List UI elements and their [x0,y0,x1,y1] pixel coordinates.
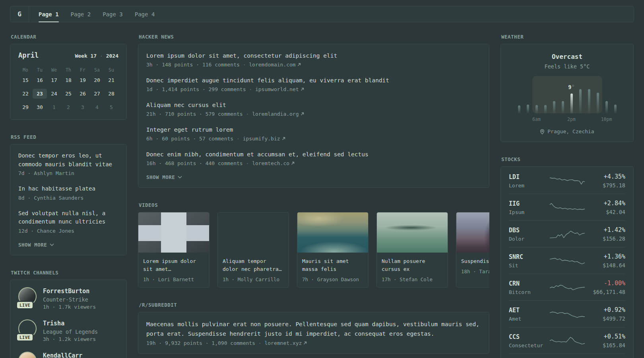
rss-list: Donec tempor eros leo, ut commodo mauris… [18,152,118,234]
meta-separator: · [243,111,252,117]
video-title[interactable]: Lorem ipsum dolor sit amet consectetu… [143,257,205,273]
video-thumbnail[interactable] [297,212,368,253]
calendar-month: April [18,51,39,59]
video-thumbnail[interactable] [218,212,289,253]
rss-item-title[interactable]: Sed volutpat nulla nisl, a condimentum n… [18,209,118,226]
stocks-section: STOCKS LDILorem+4.35%$795.18IIGIpsum+2.8… [500,156,634,358]
weather-tick-label: 10pm [601,117,612,122]
calendar-day-selected: 23 [33,89,47,99]
stock-right: +4.35%$795.18 [586,173,626,189]
calendar-day: 20 [90,75,104,85]
item-meta: 6h · 60 points · 57 comments · ipsumify.… [146,136,481,142]
twitch-avatar[interactable] [18,352,37,358]
stock-row: CCSConsectetur+0.51%$165.84 [509,327,625,354]
nav-tab-4[interactable]: Page 4 [135,6,155,22]
item-meta-text: 1d · 1,414 points · 299 comments [146,86,246,92]
item-meta-text: 21h · 710 points · 579 comments [146,111,243,117]
video-meta: 1h · Lori Barnett [143,276,205,282]
item-meta-text: 8d · Cynthia Saunders [18,195,83,201]
twitch-channel-category: Counter-Strike [43,296,96,303]
calendar-day: 19 [76,75,90,85]
weather-hour-bar [570,93,573,113]
weather-hour-bar [597,93,599,113]
item-domain-link[interactable]: loremdomain.com [249,62,295,68]
stock-price: $156.28 [586,235,626,242]
weather-hour-bar [605,101,608,113]
hackernews-item-title[interactable]: Donec imperdiet augue tincidunt felis al… [146,76,481,85]
calendar-day: 16 [33,75,47,85]
nav-tab-3[interactable]: Page 3 [103,6,123,22]
calendar-day-grid: 1516171819202122232425262728293012345 [18,75,118,112]
twitch-channel-name[interactable]: Trisha [43,319,98,327]
video-title[interactable]: Aliquam tempor dolor nec pharetra… [223,257,285,273]
weather-section: WEATHER Overcast Feels like 5°C 9° 6am2p… [500,34,634,142]
nav-divider [29,6,29,22]
nav-tab-2[interactable]: Page 2 [71,6,91,22]
stock-name: Consectetur [509,342,549,348]
twitch-channel-name[interactable]: KendallCarr [43,352,82,358]
rss-show-more-button[interactable]: SHOW MORE [18,242,54,248]
daylight-band [532,76,602,113]
stocks-section-title: STOCKS [501,156,633,162]
meta-separator: · [243,160,252,166]
main-grid: CALENDAR April Week 17 · 2024 MoTuWeThFr… [10,34,634,358]
app-logo[interactable]: G [10,6,29,22]
external-link-icon [301,88,304,91]
video-title[interactable]: Nullam posuere cursus ex [382,257,444,273]
item-meta: 1d · 1,414 points · 299 comments · ipsum… [146,86,481,92]
twitch-channel-name[interactable]: ForrestBurton [43,287,96,295]
stock-symbol-link[interactable]: IIG [509,200,520,207]
item-domain-link[interactable]: ipsumworld.net [255,86,299,92]
stock-right: +1.36%$148.64 [586,253,626,268]
calendar-weekday-label: Sa [90,66,104,74]
calendar-weekday-label: Th [61,66,76,74]
stock-symbol-link[interactable]: SNRC [509,253,523,261]
live-badge: LIVE [17,302,33,308]
stock-symbol-link[interactable]: DBS [509,227,520,234]
item-meta-text: 3h · 148 points · 116 comments [146,62,240,68]
stock-price: $148.64 [586,262,626,268]
hackernews-section: HACKER NEWS Lorem ipsum dolor sit amet, … [138,34,489,188]
stock-left: IIGIpsum [509,200,549,215]
stock-symbol-link[interactable]: CRN [509,280,520,287]
weather-chart-ticks: 6am2pm10pm [515,116,620,123]
stock-symbol-link[interactable]: LDI [509,173,520,181]
hackernews-item-title[interactable]: Integer eget rutrum lorem [146,125,481,134]
hackernews-show-more-button[interactable]: SHOW MORE [146,174,182,180]
video-thumbnail[interactable] [456,212,489,253]
subreddit-post-title[interactable]: Maecenas mollis pulvinar erat non posuer… [146,319,481,339]
hackernews-item-title[interactable]: Aliquam nec cursus elit [146,101,481,109]
twitch-channel-category: League of Legends [43,329,98,335]
external-link-icon [301,112,304,116]
hackernews-item: Donec enim nibh, condimentum et accumsan… [146,150,481,166]
item-domain-link[interactable]: loremnet.xyz [264,340,302,346]
stock-symbol-link[interactable]: AET [509,307,520,314]
video-thumbnail[interactable] [377,212,448,253]
stock-symbol-link[interactable]: CCS [509,333,520,340]
stock-change: +2.84% [586,199,626,207]
weather-widget: Overcast Feels like 5°C 9° 6am2pm10pm Pr… [500,44,634,142]
video-title[interactable]: Suspendisse diam [461,257,489,265]
video-thumbnail[interactable] [138,212,209,253]
stock-price: $42.04 [586,209,626,215]
twitch-channel-list: LIVEForrestBurtonCounter-Strike1h · 1.7k… [18,287,118,358]
nav-tab-1[interactable]: Page 1 [39,6,59,22]
stock-row: AETAmet+0.92%$499.72 [509,300,625,327]
calendar-day: 15 [18,75,33,85]
hackernews-item-title[interactable]: Donec enim nibh, condimentum et accumsan… [146,150,481,159]
video-title[interactable]: Mauris sit amet massa felis [302,257,364,273]
calendar-header: April Week 17 · 2024 [18,51,118,59]
twitch-channel-row: LIVEForrestBurtonCounter-Strike1h · 1.7k… [18,287,118,310]
twitch-channel-info: KendallCarr [43,352,82,358]
rss-item-title[interactable]: In hac habitasse platea [18,185,118,193]
hackernews-item-title[interactable]: Lorem ipsum dolor sit amet, consectetur … [146,51,481,60]
subreddit-section: /R/SUBREDDIT Maecenas mollis pulvinar er… [138,302,489,354]
rss-item-title[interactable]: Donec tempor eros leo, ut commodo mauris… [18,152,118,169]
item-domain-link[interactable]: loremtech.co [252,160,289,166]
stock-change: -1.00% [586,279,626,287]
rss-item: Donec tempor eros leo, ut commodo mauris… [18,152,118,176]
item-domain-link[interactable]: loremlandia.org [252,111,299,117]
rss-item: Sed volutpat nulla nisl, a condimentum n… [18,209,118,234]
hackernews-section-title: HACKER NEWS [139,34,489,40]
item-domain-link[interactable]: ipsumify.biz [243,136,280,142]
